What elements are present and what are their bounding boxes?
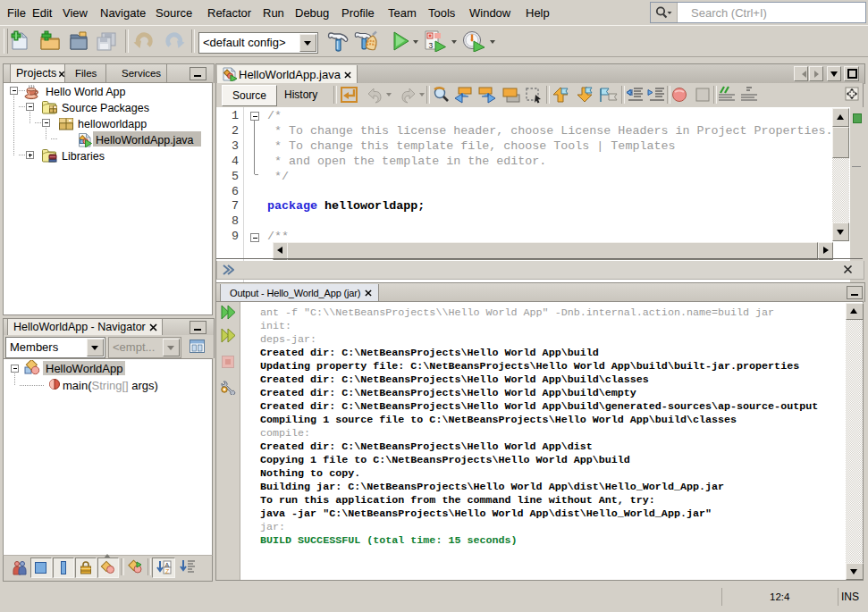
svg-text:3: 3 <box>429 41 434 50</box>
svg-text:Z: Z <box>165 568 170 574</box>
svg-text:A: A <box>165 562 170 568</box>
